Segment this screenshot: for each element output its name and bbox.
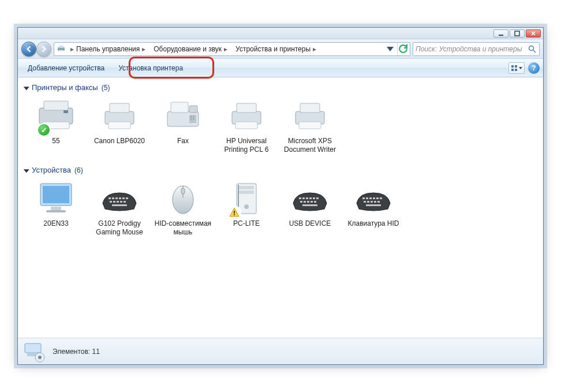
device-item[interactable]: HP Universal Printing PCL 6 (218, 96, 275, 154)
svg-rect-3 (59, 46, 63, 48)
breadcrumb-root-label: Панель управления (76, 45, 140, 53)
svg-rect-44 (120, 201, 122, 203)
svg-rect-50 (239, 186, 254, 189)
device-item[interactable]: 55 (27, 96, 85, 154)
device-icon (35, 96, 77, 135)
device-item[interactable]: Fax (154, 96, 212, 154)
breadcrumb-leaf-label: Устройства и принтеры (235, 45, 311, 53)
svg-rect-78 (377, 201, 380, 203)
nav-back-button[interactable] (21, 42, 36, 57)
device-item[interactable]: Microsoft XPS Document Writer (281, 96, 339, 154)
svg-rect-73 (380, 197, 382, 199)
svg-rect-15 (110, 103, 129, 113)
svg-rect-1 (515, 31, 519, 36)
svg-rect-62 (300, 201, 302, 203)
svg-rect-37 (115, 197, 118, 199)
device-item[interactable]: G102 Prodigy Gaming Mouse (91, 179, 148, 237)
svg-rect-0 (499, 35, 503, 36)
svg-rect-70 (369, 197, 372, 199)
breadcrumb-mid-label: Оборудование и звук (154, 45, 222, 53)
svg-rect-13 (63, 110, 68, 113)
svg-rect-65 (311, 201, 313, 203)
maximize-button[interactable] (510, 29, 525, 38)
svg-rect-58 (306, 197, 308, 199)
svg-rect-80 (25, 344, 41, 353)
svg-rect-51 (239, 191, 254, 194)
device-icon (352, 179, 395, 217)
svg-rect-39 (122, 197, 125, 199)
minimize-button[interactable] (493, 29, 508, 38)
svg-rect-7 (515, 65, 517, 68)
nav-forward-button[interactable] (36, 42, 51, 57)
help-button[interactable]: ? (528, 62, 540, 74)
status-warning-overlay-icon (229, 207, 240, 218)
svg-rect-30 (299, 122, 321, 129)
svg-rect-74 (364, 201, 366, 203)
install-printer-label: Установка принтера (118, 64, 183, 72)
svg-rect-76 (371, 201, 373, 203)
svg-rect-77 (374, 201, 376, 203)
device-label: 55 (27, 137, 85, 145)
device-icon (35, 179, 77, 217)
status-count-label: Элементов: 11 (53, 348, 100, 356)
device-item[interactable]: USB DEVICE (281, 179, 339, 237)
svg-rect-61 (316, 197, 319, 199)
svg-rect-64 (307, 201, 309, 203)
svg-rect-11 (44, 101, 68, 110)
device-icon (98, 96, 141, 135)
svg-rect-34 (46, 210, 66, 212)
device-label: Fax (154, 137, 212, 145)
svg-rect-67 (302, 204, 317, 206)
device-item[interactable]: Клавиатура HID (345, 179, 402, 237)
device-item[interactable]: PC-LITE (218, 179, 275, 237)
device-item[interactable]: 20EN33 (27, 179, 85, 237)
svg-rect-41 (110, 201, 112, 203)
svg-rect-35 (109, 197, 111, 199)
svg-rect-63 (304, 201, 306, 203)
svg-rect-24 (193, 118, 194, 120)
svg-rect-66 (314, 201, 316, 203)
svg-rect-69 (366, 197, 368, 199)
svg-rect-60 (313, 197, 315, 199)
svg-rect-72 (376, 197, 379, 199)
status-bar: Элементов: 11 (18, 338, 543, 364)
group-count: (5) (102, 84, 110, 92)
titlebar (18, 28, 543, 39)
view-options-button[interactable] (508, 62, 525, 74)
svg-rect-8 (511, 69, 514, 71)
device-label: Canon LBP6020 (91, 137, 148, 145)
device-item[interactable]: Canon LBP6020 (91, 96, 148, 154)
svg-rect-48 (181, 188, 185, 194)
breadcrumb-leaf[interactable]: Устройства и принтеры▸ (232, 44, 320, 54)
install-printer-button[interactable]: Установка принтера (112, 61, 189, 75)
breadcrumb-root[interactable]: ▸Панель управления▸ (67, 44, 149, 54)
search-icon (528, 44, 537, 54)
svg-rect-75 (367, 201, 369, 203)
address-bar[interactable]: ▸Панель управления▸ Оборудование и звук▸… (54, 42, 410, 56)
close-button[interactable] (526, 29, 541, 38)
svg-rect-29 (300, 103, 320, 113)
svg-rect-40 (126, 197, 128, 199)
address-row: ▸Панель управления▸ Оборудование и звук▸… (18, 39, 543, 59)
device-item[interactable]: HID-совместимая мышь (154, 179, 212, 237)
device-label: Клавиатура HID (345, 219, 402, 228)
svg-rect-55 (234, 214, 235, 215)
device-icon (162, 179, 204, 217)
search-input[interactable]: Поиск: Устройства и принтеры (413, 42, 540, 56)
add-device-button[interactable]: Добавление устройства (21, 61, 111, 75)
device-icon (225, 179, 268, 217)
svg-rect-18 (171, 102, 188, 113)
status-devices-icon (23, 340, 47, 363)
breadcrumb-mid[interactable]: Оборудование и звук▸ (150, 44, 231, 54)
refresh-button[interactable] (397, 43, 409, 55)
group-header-printers[interactable]: Принтеры и факсы (5) (25, 80, 536, 93)
svg-point-5 (529, 46, 534, 50)
svg-rect-54 (234, 211, 235, 214)
group-header-devices[interactable]: Устройства (6) (25, 162, 536, 176)
svg-rect-79 (366, 204, 381, 206)
svg-rect-45 (124, 201, 126, 203)
history-dropdown-button[interactable] (384, 43, 396, 55)
device-label: HID-совместимая мышь (154, 219, 212, 237)
svg-rect-38 (119, 197, 121, 199)
svg-rect-4 (59, 50, 63, 52)
